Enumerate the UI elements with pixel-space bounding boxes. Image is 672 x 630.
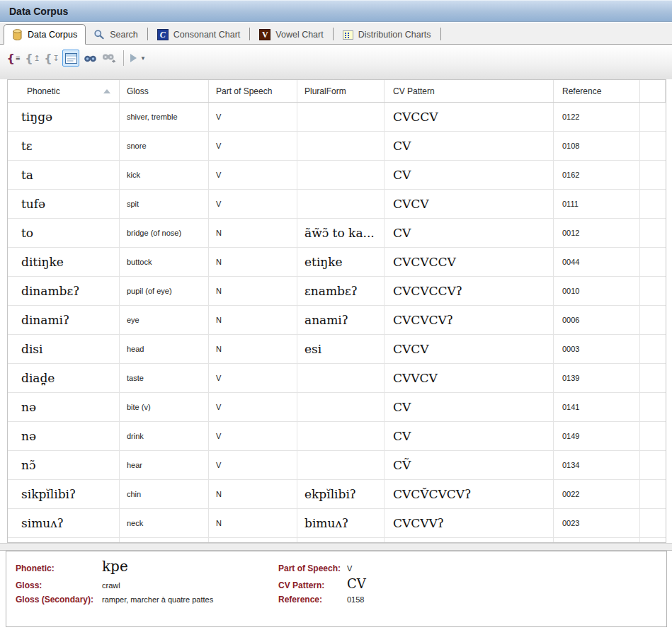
tab-data-corpus[interactable]: Data Corpus [4,24,86,45]
tab-divider [147,28,148,40]
distribution-grid-icon [343,30,353,40]
cell-filler [640,335,666,363]
tab-distribution-charts[interactable]: Distribution Charts [335,25,439,44]
find-next-button[interactable] [101,50,118,67]
cell-filler [640,103,666,131]
sort-ascending-button[interactable]: {↥ [24,50,41,67]
cell-plural: etiŋke [297,248,385,276]
table-row[interactable]: dinamiʔeyeNanamiʔCVCVCVʔ0006 [8,306,666,335]
cell-phonetic: nə [8,422,120,450]
tab-divider [440,28,441,40]
table-row[interactable]: simuʌʔneckNbimuʌʔCVCVVʔ0023 [8,509,666,538]
cell-cv: CV [385,422,554,450]
cell-cv: CV [385,393,554,421]
cell-pos: N [209,306,297,334]
cell-cv: CVCVCVʔ [385,306,554,334]
cell-gloss: head [120,335,209,363]
search-icon [93,29,105,40]
column-header-pluralform[interactable]: PluralForm [297,80,385,102]
table-row[interactable]: dinambɛʔpupil (of eye)NɛnambɛʔCVCVCCVʔ00… [8,277,666,306]
column-header-reference[interactable]: Reference [554,80,640,102]
phonetic-sort-button[interactable]: {≡ [5,50,22,67]
cell-filler [640,161,666,189]
column-header-gloss[interactable]: Gloss [120,80,209,102]
column-header-phonetic[interactable]: Phonetic [8,80,120,102]
tab-vowel-chart[interactable]: V Vowel Chart [251,25,331,44]
cell-filler [640,393,666,421]
cell-pos [209,538,297,543]
table-row[interactable]: tufəspitVCVCV0111 [8,190,666,219]
cell-gloss: shiver, tremble [120,103,209,131]
play-dropdown-caret-icon[interactable]: ▼ [140,55,146,62]
cell-phonetic: ta [8,161,120,189]
find-button[interactable] [81,50,98,67]
record-label-cv-pattern: CV Pattern: [278,580,347,590]
cell-ref: 0141 [554,393,640,421]
table-row[interactable]: nəbite (v)VCV0141 [8,393,666,422]
tab-strip: Data Corpus Search C Consonant Chart V V… [0,23,672,45]
table-row[interactable]: nɔ̃hearVCṼ0134 [8,451,666,480]
sort-descending-button[interactable]: {↧ [43,50,60,67]
column-header-cv-pattern[interactable]: CV Pattern [385,80,554,102]
table-row[interactable]: nədrinkVCV0149 [8,422,666,451]
cell-gloss: bite (v) [120,393,209,421]
cell-pos: V [209,161,297,189]
cell-plural: ãw̃ɔ̃ to ka... [297,219,385,247]
cell-gloss: neck [120,509,209,537]
column-header-filler [640,80,666,102]
table-row[interactable]: sikpĭlibiʔchinNekpĭlibiʔCVCV̆CVCVʔ0022 [8,480,666,509]
cell-cv: CVCVVʔ [385,509,554,537]
cell-gloss [120,538,209,543]
tab-consonant-chart[interactable]: C Consonant Chart [149,25,249,44]
tab-divider [333,28,334,40]
cell-ref: 0022 [554,480,640,508]
table-row[interactable]: ditiŋkebuttockNetiŋkeCVCVCCV0044 [8,248,666,277]
cell-gloss: spit [120,190,209,218]
pane-separator[interactable] [0,543,672,551]
column-header-part-of-speech[interactable]: Part of Speech [209,80,297,102]
record-pane-toggle-button[interactable] [62,50,79,67]
tab-label: Consonant Chart [173,30,241,40]
record-value-phonetic: kpe [102,558,278,575]
cell-phonetic: to [8,219,120,247]
cell-ref [554,538,640,543]
record-value-cv-pattern: CV [347,576,366,591]
cell-ref: 0149 [554,422,640,450]
tab-divider [249,28,250,40]
find-next-icon [102,52,117,64]
sort-ascending-indicator-icon [103,89,110,93]
toolbar: {≡ {↥ {↧ [0,45,672,79]
cell-ref: 0006 [554,306,640,334]
table-row[interactable]: tiŋgəshiver, trembleVCVCCV0122 [8,103,666,132]
record-label-gloss: Gloss: [16,580,102,590]
cell-plural [297,132,385,160]
cell-pos: V [209,103,297,131]
table-row[interactable]: disiheadNesiCVCV0003 [8,335,666,364]
tab-search[interactable]: Search [86,25,146,44]
sort-descending-icon: { [44,52,52,65]
grid-header-row: Phonetic Gloss Part of Speech PluralForm… [8,80,666,103]
table-row-partial[interactable]: tiCVVV [8,538,666,543]
table-row[interactable]: diad̪etasteVCVVCV0139 [8,364,666,393]
cell-plural [297,161,385,189]
table-row[interactable]: tɛsnoreVCV0108 [8,132,666,161]
cell-ref: 0044 [554,248,640,276]
play-button[interactable]: ▼ [130,50,147,67]
cell-filler [640,277,666,305]
cell-cv: CVCVCCV [385,248,554,276]
vowel-chart-icon: V [259,29,270,40]
phonetic-sort-icon: { [7,52,15,65]
cell-pos: N [209,277,297,305]
tab-label: Search [110,30,138,40]
cell-plural: anamiʔ [297,306,385,334]
cell-filler [640,132,666,160]
table-row[interactable]: tobridge (of nose)Nãw̃ɔ̃ to ka...CV0012 [8,219,666,248]
cell-filler [640,306,666,334]
tab-label: Vowel Chart [275,30,323,40]
record-value-reference: 0158 [347,595,364,604]
table-row[interactable]: takickVCV0162 [8,161,666,190]
record-row: Phonetic: kpe Part of Speech: V [16,558,666,576]
cell-gloss: snore [120,132,209,160]
cell-filler [640,364,666,392]
cell-phonetic: disi [8,335,120,363]
